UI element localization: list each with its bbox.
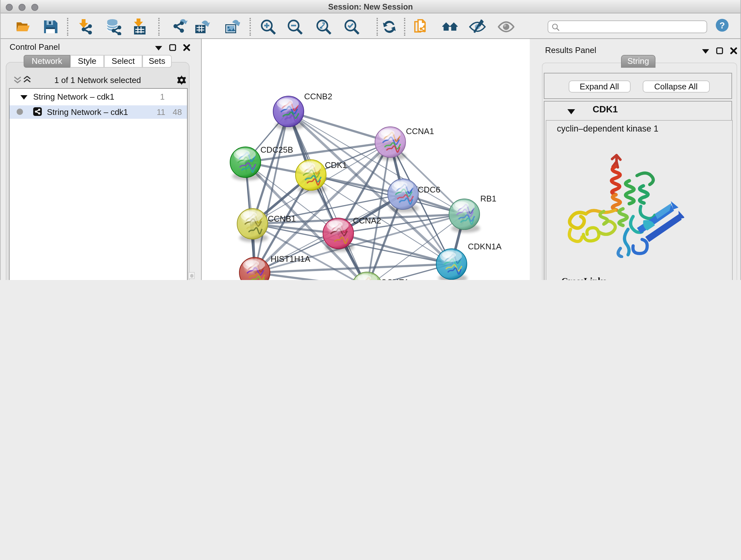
svg-text:HIST1H1A: HIST1H1A <box>271 254 311 264</box>
svg-text:CCNB1: CCNB1 <box>268 214 296 224</box>
svg-text:CCNA2: CCNA2 <box>353 216 381 226</box>
svg-text:CCNB2: CCNB2 <box>304 91 332 101</box>
svg-text:CCNE1: CCNE1 <box>381 277 409 280</box>
svg-text:RB1: RB1 <box>480 194 496 203</box>
svg-text:CDKN1A: CDKN1A <box>468 242 502 251</box>
svg-text:CDC6: CDC6 <box>418 185 441 194</box>
svg-text:CDC25B: CDC25B <box>260 145 293 154</box>
svg-text:?: ? <box>719 20 725 30</box>
svg-text:CDK1: CDK1 <box>325 160 347 170</box>
svg-text:CCNA1: CCNA1 <box>406 126 434 136</box>
